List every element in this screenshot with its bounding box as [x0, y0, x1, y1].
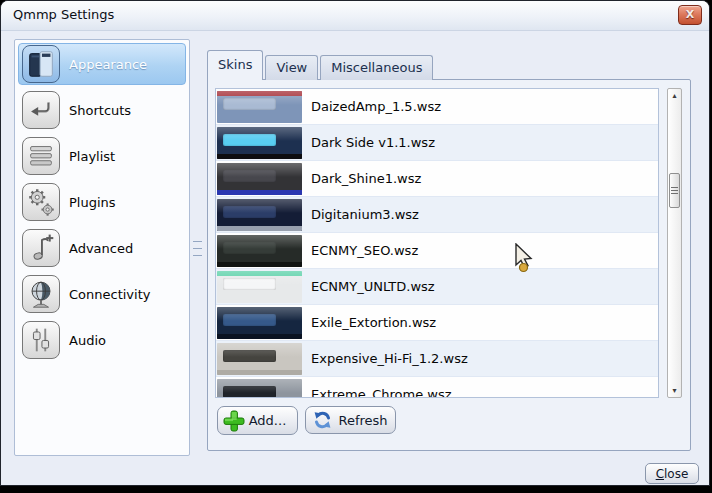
- sidebar-splitter-handle[interactable]: [193, 241, 202, 257]
- skin-thumbnail: [217, 307, 302, 339]
- tab-label: View: [276, 60, 307, 75]
- qmmp-settings-window: Qmmp Settings X Appearance Shortcuts Pla…: [0, 0, 710, 486]
- scrollbar-thumb[interactable]: [669, 173, 680, 208]
- sidebar-item-plugins[interactable]: Plugins: [18, 181, 186, 223]
- skin-list-item[interactable]: Dark_Shine1.wsz: [216, 161, 658, 197]
- tab-label: Miscellaneous: [331, 60, 422, 75]
- tab-bar: SkinsViewMiscellaneous: [207, 51, 435, 80]
- add-button-label: Add...: [249, 413, 287, 428]
- skin-list-item[interactable]: ECNMY_SEO.wsz: [216, 233, 658, 269]
- sidebar-item-label: Appearance: [69, 57, 147, 72]
- skin-name: Dark_Shine1.wsz: [311, 171, 421, 186]
- close-button-label: Close: [656, 467, 689, 481]
- skin-list: DaizedAmp_1.5.wsz Dark Side v1.1.wsz Dar…: [215, 88, 659, 398]
- audio-icon: [22, 321, 60, 359]
- skin-thumbnail: [217, 163, 302, 195]
- skin-name: ECNMY_UNLTD.wsz: [311, 279, 435, 294]
- sidebar-item-playlist[interactable]: Playlist: [18, 135, 186, 177]
- connectivity-icon: [22, 275, 60, 313]
- skin-thumbnail: [217, 199, 302, 231]
- sidebar-item-advanced[interactable]: Advanced: [18, 227, 186, 269]
- playlist-icon: [22, 137, 60, 175]
- skin-thumbnail: [217, 379, 302, 399]
- skin-thumbnail: [217, 271, 302, 303]
- skin-thumbnail: [217, 343, 302, 375]
- scroll-up-icon[interactable]: ▴: [668, 89, 681, 102]
- skin-name: Expensive_Hi-Fi_1.2.wsz: [311, 351, 468, 366]
- skin-list-item[interactable]: Exile_Extortion.wsz: [216, 305, 658, 341]
- sidebar-item-label: Plugins: [69, 195, 116, 210]
- skin-name: Exile_Extortion.wsz: [311, 315, 436, 330]
- tab-view[interactable]: View: [265, 55, 318, 80]
- window-close-icon[interactable]: X: [678, 5, 702, 25]
- sidebar-item-appearance[interactable]: Appearance: [18, 43, 186, 85]
- skin-list-item[interactable]: Digitanium3.wsz: [216, 197, 658, 233]
- sidebar-item-shortcuts[interactable]: Shortcuts: [18, 89, 186, 131]
- sidebar-item-connectivity[interactable]: Connectivity: [18, 273, 186, 315]
- refresh-icon: [313, 411, 332, 429]
- sidebar-item-label: Advanced: [69, 241, 133, 256]
- skin-name: Digitanium3.wsz: [311, 207, 419, 222]
- skin-list-scrollbar[interactable]: ▴ ▾: [667, 88, 682, 398]
- sidebar-item-label: Playlist: [69, 149, 115, 164]
- skin-list-item[interactable]: DaizedAmp_1.5.wsz: [216, 89, 658, 125]
- titlebar[interactable]: Qmmp Settings X: [1, 1, 709, 31]
- skin-name: Dark Side v1.1.wsz: [311, 135, 435, 150]
- skin-thumbnail: [217, 91, 302, 123]
- scroll-down-icon[interactable]: ▾: [668, 384, 681, 397]
- shortcuts-icon: [22, 91, 60, 129]
- sidebar-item-label: Audio: [69, 333, 106, 348]
- sidebar-item-audio[interactable]: Audio: [18, 319, 186, 361]
- plugins-icon: [22, 183, 60, 221]
- add-skin-button[interactable]: Add...: [217, 406, 298, 435]
- appearance-icon: [22, 45, 60, 83]
- skin-name: DaizedAmp_1.5.wsz: [311, 99, 441, 114]
- skin-thumbnail: [217, 127, 302, 159]
- plus-icon: [223, 410, 245, 432]
- refresh-skins-button[interactable]: Refresh: [305, 406, 396, 434]
- advanced-icon: [22, 229, 60, 267]
- skin-name: Extreme_Chrome.wsz: [311, 387, 452, 398]
- sidebar-item-label: Shortcuts: [69, 103, 131, 118]
- skin-list-item[interactable]: Dark Side v1.1.wsz: [216, 125, 658, 161]
- window-title: Qmmp Settings: [13, 7, 114, 22]
- skin-thumbnail: [217, 235, 302, 267]
- tab-label: Skins: [218, 57, 252, 72]
- close-button[interactable]: Close: [645, 463, 699, 484]
- tab-skins[interactable]: Skins: [207, 50, 263, 80]
- skin-name: ECNMY_SEO.wsz: [311, 243, 418, 258]
- skin-list-item[interactable]: Expensive_Hi-Fi_1.2.wsz: [216, 341, 658, 377]
- tab-miscellaneous[interactable]: Miscellaneous: [320, 55, 433, 80]
- skins-tab-panel: DaizedAmp_1.5.wsz Dark Side v1.1.wsz Dar…: [207, 79, 691, 451]
- sidebar-item-label: Connectivity: [69, 287, 150, 302]
- refresh-button-label: Refresh: [338, 413, 387, 428]
- skin-list-item[interactable]: ECNMY_UNLTD.wsz: [216, 269, 658, 305]
- skin-list-item[interactable]: Extreme_Chrome.wsz: [216, 377, 658, 398]
- settings-category-list: Appearance Shortcuts Playlist: [14, 39, 190, 456]
